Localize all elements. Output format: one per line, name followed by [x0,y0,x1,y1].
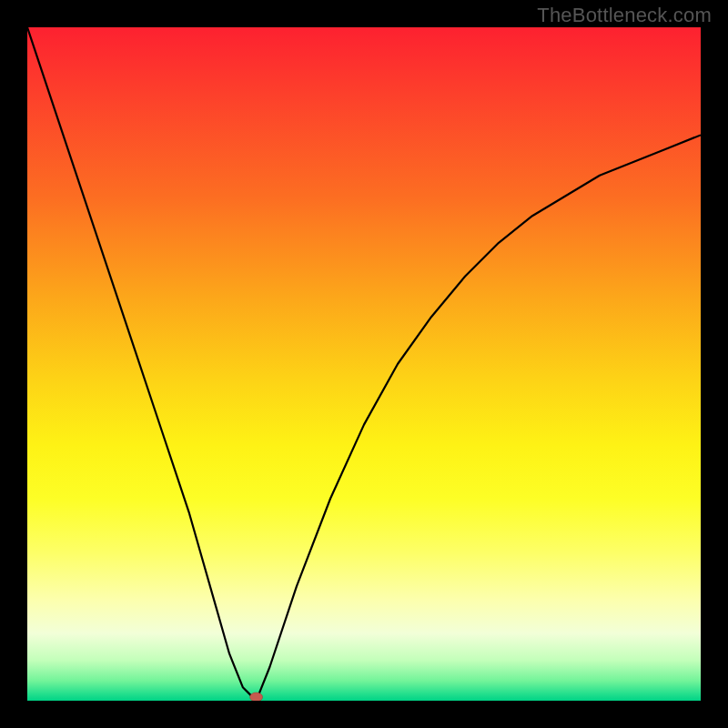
curve-svg [27,27,701,701]
minimum-marker [250,693,263,701]
bottleneck-curve [27,27,701,701]
attribution-label: TheBottleneck.com [537,4,712,27]
plot-area [27,27,701,701]
chart-frame: TheBottleneck.com [0,0,728,728]
